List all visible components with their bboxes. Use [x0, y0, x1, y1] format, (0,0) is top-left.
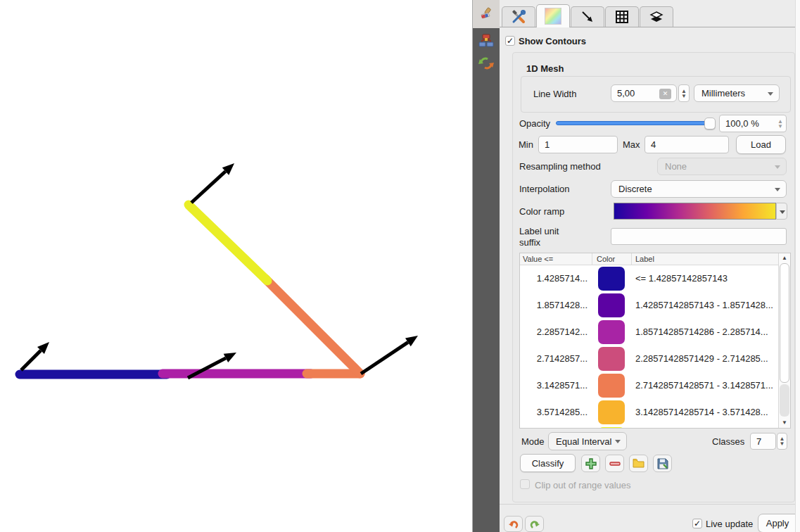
- opacity-stepper[interactable]: ▲▼: [777, 119, 783, 129]
- line-width-unit-select[interactable]: Millimeters: [694, 84, 780, 102]
- show-contours-label: Show Contours: [519, 36, 586, 46]
- map-canvas[interactable]: [0, 0, 473, 532]
- class-color-swatch[interactable]: [598, 427, 625, 429]
- color-ramp-dropdown-button[interactable]: [776, 203, 787, 220]
- apply-button-label: Apply: [766, 518, 789, 528]
- check-icon: ✓: [507, 36, 514, 46]
- clip-out-of-range-label: Clip out of range values: [535, 480, 631, 490]
- opacity-label: Opacity: [519, 118, 550, 129]
- class-value-cell[interactable]: 1.8571428...: [520, 300, 588, 310]
- live-update-checkbox[interactable]: ✓: [692, 519, 702, 528]
- class-value-cell[interactable]: 3.5714285...: [520, 407, 588, 417]
- tab-stacking[interactable]: [640, 6, 673, 27]
- tab-vectors[interactable]: [571, 6, 604, 27]
- tools-icon: [511, 9, 526, 25]
- line-width-stepper[interactable]: ▲▼: [678, 84, 690, 102]
- class-color-swatch[interactable]: [598, 267, 625, 291]
- vector-arrow: [21, 342, 49, 370]
- chevron-down-icon: [775, 188, 780, 191]
- label-unit-suffix-input[interactable]: [611, 228, 787, 245]
- class-label-cell[interactable]: 2.28571428571429 - 2.714285...: [635, 353, 768, 364]
- apply-button[interactable]: Apply: [758, 514, 800, 532]
- color-ramp-label: Color ramp: [519, 206, 564, 217]
- class-label-cell[interactable]: 3.14285714285714 - 3.571428...: [635, 407, 768, 417]
- class-label-cell[interactable]: 1.85714285714286 - 2.285714...: [635, 327, 768, 337]
- max-input[interactable]: 4: [645, 136, 729, 153]
- scrollbar-thumb[interactable]: [780, 263, 789, 383]
- table-row[interactable]: 2.2857142...1.85714285714286 - 2.285714.…: [520, 319, 780, 346]
- scroll-up-icon[interactable]: ▲: [779, 253, 790, 263]
- class-label-cell[interactable]: 1.42857142857143 - 1.8571428...: [635, 300, 773, 310]
- classes-input[interactable]: 7: [750, 433, 776, 450]
- scrollbar-track[interactable]: [780, 384, 789, 417]
- tab-general-settings[interactable]: [502, 6, 535, 27]
- class-value-cell[interactable]: 1.4285714...: [520, 273, 588, 284]
- table-row[interactable]: [520, 426, 780, 429]
- table-row[interactable]: 3.5714285...3.14285714285714 - 3.571428.…: [520, 399, 780, 426]
- classes-stepper[interactable]: ▲▼: [777, 433, 787, 450]
- class-color-swatch[interactable]: [598, 320, 625, 344]
- opacity-value-input[interactable]: 100,0 % ▲▼: [719, 115, 787, 132]
- class-label-cell[interactable]: 2.71428571428571 - 3.1428571...: [635, 380, 773, 391]
- show-contours-checkbox[interactable]: ✓: [505, 36, 515, 46]
- remove-class-button[interactable]: [605, 455, 624, 472]
- undo-button[interactable]: [504, 516, 523, 532]
- table-row[interactable]: 3.1428571...2.71428571428571 - 3.1428571…: [520, 372, 780, 399]
- clip-out-of-range-checkbox: [520, 479, 530, 489]
- line-width-unit-value: Millimeters: [701, 88, 745, 99]
- class-color-swatch[interactable]: [598, 347, 625, 371]
- panel-scrollbar[interactable]: [795, 0, 800, 532]
- column-divider: [631, 253, 632, 265]
- class-value-cell[interactable]: 2.7142857...: [520, 353, 588, 364]
- save-icon: [657, 458, 668, 469]
- class-color-swatch[interactable]: [598, 374, 625, 398]
- layer-hierarchy-icon[interactable]: [477, 32, 495, 50]
- open-folder-button[interactable]: [629, 455, 648, 472]
- contours-gradient-icon: [545, 8, 561, 25]
- table-row[interactable]: 2.7142857...2.28571428571429 - 2.714285.…: [520, 346, 780, 372]
- resampling-method-value: None: [665, 161, 687, 172]
- column-header-value[interactable]: Value <=: [523, 255, 553, 263]
- resampling-method-label: Resampling method: [519, 161, 601, 172]
- opacity-value: 100,0 %: [725, 118, 759, 129]
- chevron-down-icon: [768, 92, 773, 96]
- redo-button[interactable]: [525, 516, 544, 532]
- mode-select[interactable]: Equal Interval: [548, 432, 627, 450]
- classes-table[interactable]: Value <= Color Label 1.4285714...<= 1.42…: [519, 253, 791, 429]
- column-header-label[interactable]: Label: [635, 255, 654, 263]
- class-color-swatch[interactable]: [598, 293, 625, 317]
- table-row[interactable]: 1.8571428...1.42857142857143 - 1.8571428…: [520, 292, 780, 319]
- chevron-down-icon: [775, 165, 780, 169]
- redo-icon: [529, 519, 540, 529]
- opacity-slider-handle[interactable]: [704, 118, 716, 129]
- class-value-cell[interactable]: 3.1428571...: [520, 380, 588, 391]
- tab-rendering[interactable]: [605, 6, 639, 27]
- scroll-down-icon[interactable]: ▼: [779, 418, 790, 428]
- footer-divider: [500, 504, 800, 505]
- column-header-color[interactable]: Color: [597, 255, 615, 263]
- classify-button[interactable]: Classify: [520, 454, 576, 472]
- add-class-button[interactable]: [581, 455, 600, 472]
- classes-value: 7: [756, 436, 761, 447]
- color-ramp-preview[interactable]: [614, 203, 776, 220]
- mode-value: Equal Interval: [556, 436, 612, 447]
- class-value-cell[interactable]: 2.2857142...: [520, 327, 588, 337]
- mesh-1d-rendering: [0, 0, 473, 532]
- class-label-cell[interactable]: <= 1.42857142857143: [635, 273, 728, 284]
- table-row[interactable]: 1.4285714...<= 1.42857142857143: [520, 265, 780, 292]
- class-color-swatch[interactable]: [598, 400, 625, 424]
- classes-table-scrollbar[interactable]: ▲ ▼: [778, 253, 790, 428]
- clear-icon[interactable]: ✕: [659, 89, 671, 99]
- save-button[interactable]: [653, 455, 672, 472]
- paintbrush-icon: [478, 6, 494, 22]
- tab-contours[interactable]: [536, 4, 570, 27]
- min-input[interactable]: 1: [538, 136, 618, 153]
- load-button[interactable]: Load: [736, 135, 786, 154]
- history-icon[interactable]: [477, 54, 495, 72]
- sidebar-symbology-section[interactable]: [473, 0, 500, 28]
- remove-class-icon: [609, 458, 621, 469]
- line-width-input[interactable]: 5,00 ✕: [611, 84, 677, 102]
- classes-table-header: Value <= Color Label: [520, 253, 780, 265]
- opacity-slider[interactable]: [556, 121, 716, 125]
- interpolation-select[interactable]: Discrete: [611, 180, 787, 198]
